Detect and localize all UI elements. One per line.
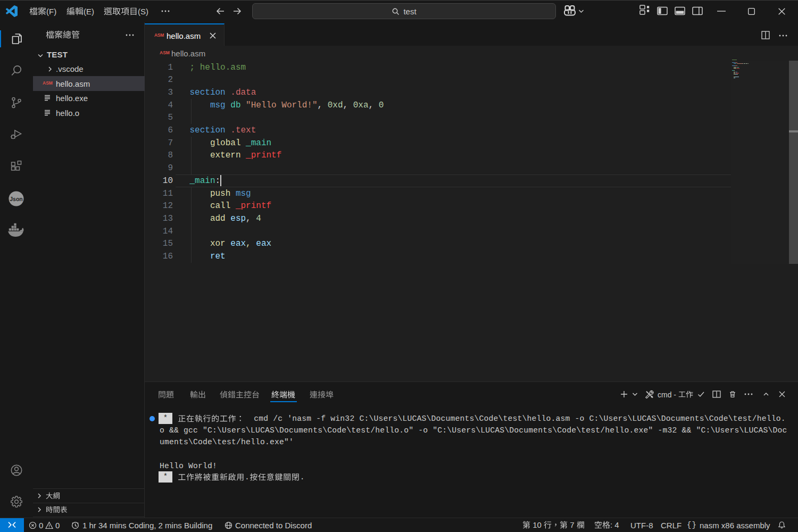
svg-text:Json: Json — [10, 196, 23, 202]
